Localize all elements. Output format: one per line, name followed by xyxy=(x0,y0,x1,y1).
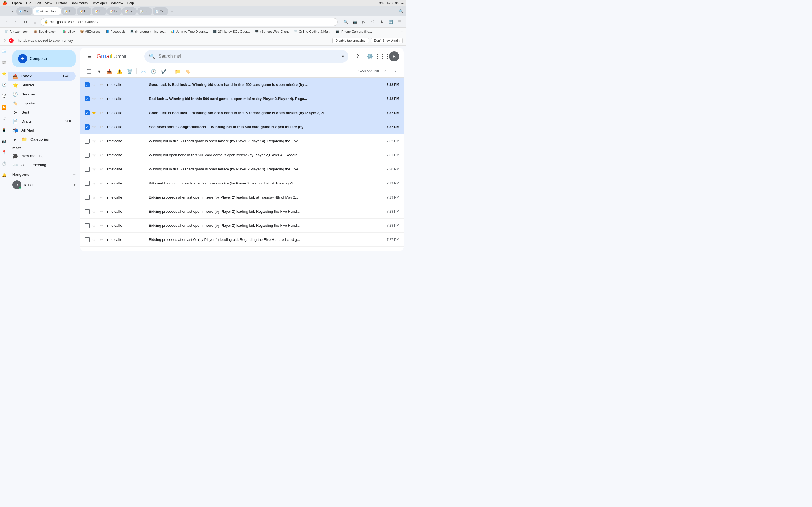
email-row[interactable]: ✓ ★ ↩ rmetcalfe Good luck is Bad luck ..… xyxy=(80,106,404,120)
bookmark-sql[interactable]: 🗄️ 27 Handy SQL Quer... xyxy=(211,29,252,34)
sync-btn[interactable]: 🔄 xyxy=(387,18,395,26)
menu-file[interactable]: File xyxy=(26,1,31,5)
email-checkbox-6[interactable] xyxy=(85,153,90,158)
tab-gmail[interactable]: ✉️ Gmail - Inbox xyxy=(33,7,61,15)
reload-button[interactable]: ↻ xyxy=(21,18,29,26)
sidebar-icon-bookmarks[interactable]: ⭐ xyxy=(1,70,7,76)
sidebar-item-drafts[interactable]: 📄 Drafts 260 xyxy=(8,117,75,126)
tab-li4[interactable]: 📝 Li... xyxy=(107,7,122,15)
sidebar-icon-more[interactable]: ⋯ xyxy=(1,183,7,189)
tab-li5[interactable]: 📝 Li... xyxy=(122,7,137,15)
email-row[interactable]: ☆ ↩ rmetcalfe Winning bid open hand in t… xyxy=(80,148,404,162)
email-checkbox-3[interactable]: ✓ xyxy=(85,110,90,115)
select-dropdown-btn[interactable]: ▾ xyxy=(95,67,104,76)
tab-forward-btn[interactable]: › xyxy=(9,8,16,15)
menu-btn[interactable]: ☰ xyxy=(396,18,404,26)
email-row[interactable]: ✓ ☆ ↩ rmetcalfe Good luck is Bad luck ..… xyxy=(80,78,404,92)
back-button[interactable]: ‹ xyxy=(2,18,10,26)
mark-unread-button[interactable]: ✉️ xyxy=(139,67,148,76)
menu-history[interactable]: History xyxy=(56,1,67,5)
menu-window[interactable]: Window xyxy=(111,1,123,5)
sidebar-item-allmail[interactable]: 📬 All Mail xyxy=(8,126,75,135)
sidebar-icon-messenger[interactable]: 💬 xyxy=(1,93,7,99)
sidebar-icon-history[interactable]: 🕐 xyxy=(1,82,7,88)
email-checkbox-8[interactable] xyxy=(85,181,90,186)
email-row[interactable]: ☆ ↩ rmetcalfe Bidding proceeds after las… xyxy=(80,247,404,251)
email-row[interactable]: ✓ ☆ ↩ rmetcalfe Bad luck ... Winning bid… xyxy=(80,92,404,106)
email-star-4[interactable]: ☆ xyxy=(92,124,98,129)
compose-button[interactable]: + Compose xyxy=(12,50,75,67)
delete-button[interactable]: 🗑️ xyxy=(125,67,134,76)
tab-add-button[interactable]: + xyxy=(168,8,175,15)
sidebar-item-sent[interactable]: ➤ Sent xyxy=(8,108,75,117)
tab-or[interactable]: 📄 Or... xyxy=(153,7,168,15)
tab-overview-button[interactable]: ⊞ xyxy=(31,18,39,26)
tab-li6[interactable]: 📝 Li... xyxy=(137,7,152,15)
apple-menu[interactable]: 🍎 xyxy=(2,1,7,5)
email-checkbox-9[interactable] xyxy=(85,195,90,200)
email-star-3[interactable]: ★ xyxy=(92,110,98,115)
sidebar-icon-instagram[interactable]: 📷 xyxy=(1,138,7,144)
email-star-11[interactable]: ☆ xyxy=(92,223,98,228)
email-star-10[interactable]: ☆ xyxy=(92,209,98,214)
email-star-5[interactable]: ☆ xyxy=(92,138,98,144)
email-checkbox-5[interactable] xyxy=(85,138,90,144)
email-checkbox-2[interactable]: ✓ xyxy=(85,96,90,101)
sidebar-icon-location[interactable]: 📍 xyxy=(1,149,7,156)
add-to-tasks-button[interactable]: ✔️ xyxy=(159,67,168,76)
search-action-btn[interactable]: 🔍 xyxy=(342,18,350,26)
bookmark-ebay[interactable]: 🛍️ eBay xyxy=(60,29,77,34)
bookmark-coding[interactable]: ⌨️ Online Coding & Ma... xyxy=(292,29,333,34)
sidebar-item-new-meeting[interactable]: 🎥 New meeting xyxy=(8,151,80,160)
gmail-search-bar[interactable]: 🔍 ▾ xyxy=(144,50,349,62)
bookmark-venn[interactable]: 📊 Venn vs Tree Diagra... xyxy=(168,29,210,34)
tab-li1[interactable]: 📝 Li... xyxy=(61,7,76,15)
email-row[interactable]: ☆ ↩ rmetcalfe Winning bid in this 500 ca… xyxy=(80,162,404,176)
label-button[interactable]: 🏷️ xyxy=(183,67,192,76)
bookmark-facebook[interactable]: 📘 Facebook xyxy=(103,29,127,34)
sidebar-icon-whatsapp[interactable]: 📱 xyxy=(1,127,7,133)
sidebar-item-important[interactable]: 🏷️ Important xyxy=(8,99,75,108)
sidebar-icon-clock[interactable]: ⏱️ xyxy=(1,161,7,167)
email-row[interactable]: ☆ ↩ rmetcalfe Bidding proceeds after las… xyxy=(80,233,404,247)
email-star-2[interactable]: ☆ xyxy=(92,96,98,101)
menu-view[interactable]: View xyxy=(45,1,52,5)
email-checkbox-10[interactable] xyxy=(85,209,90,214)
email-checkbox-11[interactable] xyxy=(85,223,90,228)
tab-li2[interactable]: 📝 Li... xyxy=(77,7,91,15)
menu-edit[interactable]: Edit xyxy=(35,1,41,5)
email-star-6[interactable]: ☆ xyxy=(92,152,98,158)
tab-search-button[interactable]: 🔍 xyxy=(398,8,404,15)
email-star-1[interactable]: ☆ xyxy=(92,82,98,87)
email-star-9[interactable]: ☆ xyxy=(92,194,98,200)
email-star-8[interactable]: ☆ xyxy=(92,180,98,186)
download-btn[interactable]: ⬇ xyxy=(378,18,386,26)
email-star-13[interactable]: ☆ xyxy=(92,251,98,251)
select-all-checkbox[interactable] xyxy=(85,67,94,76)
sidebar-icon-news[interactable]: 📰 xyxy=(1,59,7,65)
more-actions-button[interactable]: ⋮ xyxy=(193,67,202,76)
tab-my[interactable]: 📧 My... xyxy=(16,7,33,15)
snooze-close-btn[interactable]: ✕ xyxy=(3,38,7,43)
bookmark-aliexpress[interactable]: 📦 AliExpress xyxy=(78,29,103,34)
share-btn[interactable]: ▷ xyxy=(360,18,368,26)
url-bar[interactable]: 🔒 mail.google.com/mail/u/0/#inbox xyxy=(41,18,338,26)
bookmark-rjm[interactable]: 💻 rjmprogramming.co... xyxy=(128,29,168,34)
email-row[interactable]: ☆ ↩ rmetcalfe Bidding proceeds after las… xyxy=(80,205,404,219)
email-row[interactable]: ☆ ↩ rmetcalfe Bidding proceeds after las… xyxy=(80,219,404,233)
email-checkbox-4[interactable]: ✓ xyxy=(85,124,90,129)
prev-page-button[interactable]: ‹ xyxy=(381,67,389,75)
camera-btn[interactable]: 📷 xyxy=(351,18,359,26)
tab-li3[interactable]: 📝 Li... xyxy=(92,7,107,15)
sidebar-icon-notify[interactable]: 🔔 xyxy=(1,172,7,178)
heart-btn[interactable]: ♡ xyxy=(369,18,377,26)
report-spam-button[interactable]: ⚠️ xyxy=(115,67,124,76)
menu-developer[interactable]: Developer xyxy=(92,1,107,5)
user-avatar[interactable]: R xyxy=(389,51,399,61)
sidebar-item-categories[interactable]: ▸ 📁 Categories xyxy=(8,135,75,144)
apps-button[interactable]: ⋮⋮⋮ xyxy=(377,51,388,62)
menu-opera[interactable]: Opera xyxy=(12,1,22,5)
menu-bookmarks[interactable]: Bookmarks xyxy=(71,1,88,5)
dont-show-again-button[interactable]: Don't Show Again xyxy=(371,38,403,43)
search-icon[interactable]: 🔍 xyxy=(149,53,155,59)
